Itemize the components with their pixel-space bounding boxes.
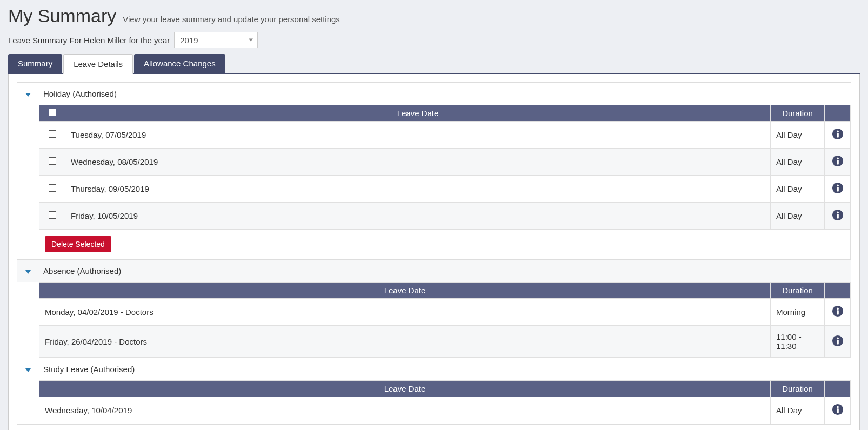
collapse-toggle[interactable]	[17, 358, 39, 380]
group-title: Absence (Authorised)	[39, 260, 125, 282]
chevron-down-icon	[25, 270, 31, 274]
cell-leave-date: Friday, 10/05/2019	[65, 203, 771, 230]
column-header-checkbox	[39, 105, 65, 122]
group-header[interactable]: Holiday (Authorised)	[17, 83, 851, 105]
chevron-down-icon	[25, 93, 31, 97]
row-checkbox[interactable]	[49, 157, 56, 165]
svg-rect-11	[837, 214, 839, 218]
info-icon[interactable]	[832, 128, 844, 140]
row-checkbox[interactable]	[49, 184, 56, 192]
page-subtitle: View your leave summary and update your …	[123, 15, 340, 24]
info-icon[interactable]	[832, 155, 844, 167]
group-absence: Absence (Authorised) Leave Date Duration…	[17, 260, 851, 358]
cell-leave-date: Wednesday, 08/05/2019	[65, 149, 771, 176]
cell-leave-date: Friday, 26/04/2019 - Doctors	[39, 326, 771, 358]
column-header-info	[825, 283, 851, 299]
info-icon[interactable]	[832, 335, 844, 347]
column-header-leave-date: Leave Date	[39, 283, 771, 299]
tab-leave-details[interactable]: Leave Details	[63, 54, 133, 74]
info-icon[interactable]	[832, 305, 844, 317]
cell-duration: Morning	[771, 299, 825, 326]
svg-rect-8	[837, 187, 839, 191]
table-row: Friday, 26/04/2019 - Doctors 11:00 - 11:…	[39, 326, 851, 358]
caret-down-icon	[249, 39, 253, 42]
column-header-duration: Duration	[771, 381, 825, 397]
svg-rect-17	[837, 340, 839, 344]
group-study-leave: Study Leave (Authorised) Leave Date Dura…	[17, 358, 851, 425]
group-holiday: Holiday (Authorised) Leave Date Duration	[17, 82, 851, 260]
leave-table: Leave Date Duration Wednesday, 10/04/201…	[39, 380, 851, 424]
svg-point-10	[837, 212, 839, 214]
group-header[interactable]: Absence (Authorised)	[17, 260, 851, 282]
svg-rect-14	[837, 310, 839, 314]
svg-point-19	[837, 406, 839, 408]
table-row: Wednesday, 10/04/2019 All Day	[39, 397, 851, 424]
svg-rect-2	[837, 133, 839, 137]
column-header-leave-date: Leave Date	[65, 105, 771, 122]
delete-row: Delete Selected	[39, 230, 851, 259]
cell-duration: All Day	[771, 122, 825, 149]
row-checkbox[interactable]	[49, 211, 56, 219]
table-row: Thursday, 09/05/2019 All Day	[39, 176, 851, 203]
year-select-value: 2019	[180, 36, 198, 45]
group-title: Holiday (Authorised)	[39, 83, 121, 105]
column-header-duration: Duration	[771, 105, 825, 122]
group-title: Study Leave (Authorised)	[39, 358, 139, 380]
leave-table: Leave Date Duration Monday, 04/02/2019 -…	[39, 282, 851, 358]
info-icon[interactable]	[832, 209, 844, 221]
svg-point-1	[837, 131, 839, 133]
row-checkbox[interactable]	[49, 130, 56, 138]
collapse-toggle[interactable]	[17, 260, 39, 282]
svg-point-7	[837, 185, 839, 187]
summary-for-label: Leave Summary For Helen Miller for the y…	[8, 36, 170, 45]
cell-duration: 11:00 - 11:30	[771, 326, 825, 358]
table-row: Monday, 04/02/2019 - Doctors Morning	[39, 299, 851, 326]
year-select[interactable]: 2019	[174, 32, 258, 48]
info-icon[interactable]	[832, 182, 844, 194]
cell-leave-date: Tuesday, 07/05/2019	[65, 122, 771, 149]
svg-rect-5	[837, 160, 839, 164]
column-header-duration: Duration	[771, 283, 825, 299]
leave-table: Leave Date Duration Tuesday, 07/05/2019 …	[39, 105, 851, 259]
svg-point-4	[837, 158, 839, 160]
cell-leave-date: Thursday, 09/05/2019	[65, 176, 771, 203]
table-row: Wednesday, 08/05/2019 All Day	[39, 149, 851, 176]
tab-allowance-changes[interactable]: Allowance Changes	[134, 54, 225, 74]
svg-point-13	[837, 308, 839, 310]
column-header-leave-date: Leave Date	[39, 381, 771, 397]
tab-content: Holiday (Authorised) Leave Date Duration	[8, 74, 860, 430]
cell-duration: All Day	[771, 176, 825, 203]
select-all-checkbox[interactable]	[49, 109, 56, 116]
cell-leave-date: Monday, 04/02/2019 - Doctors	[39, 299, 771, 326]
column-header-info	[825, 105, 851, 122]
table-row: Tuesday, 07/05/2019 All Day	[39, 122, 851, 149]
delete-selected-button[interactable]: Delete Selected	[45, 236, 111, 252]
table-row: Friday, 10/05/2019 All Day	[39, 203, 851, 230]
page-title: My Summary	[8, 5, 116, 26]
tab-summary[interactable]: Summary	[8, 54, 62, 74]
svg-point-16	[837, 337, 839, 339]
collapse-toggle[interactable]	[17, 83, 39, 105]
chevron-down-icon	[25, 368, 31, 372]
cell-duration: All Day	[771, 397, 825, 424]
cell-duration: All Day	[771, 149, 825, 176]
svg-rect-20	[837, 408, 839, 413]
info-icon[interactable]	[832, 404, 844, 415]
cell-duration: All Day	[771, 203, 825, 230]
column-header-info	[825, 381, 851, 397]
tabs: Summary Leave Details Allowance Changes	[8, 53, 860, 74]
cell-leave-date: Wednesday, 10/04/2019	[39, 397, 771, 424]
group-header[interactable]: Study Leave (Authorised)	[17, 358, 851, 380]
